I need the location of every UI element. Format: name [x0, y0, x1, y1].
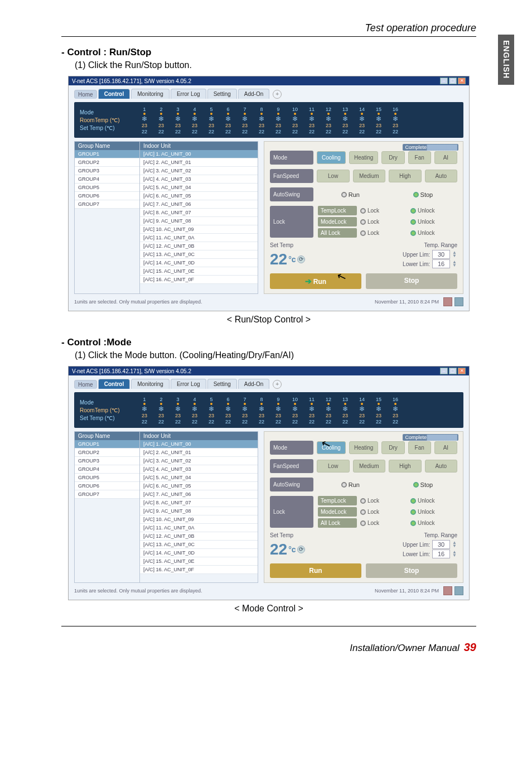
- unit-thumb[interactable]: 2❄2322: [154, 397, 168, 425]
- tab-add-icon[interactable]: +: [273, 90, 282, 99]
- unit-thumb[interactable]: 16❄2322: [389, 107, 402, 134]
- unit-thumb[interactable]: 16❄2322: [389, 397, 402, 425]
- lock-option-unlock[interactable]: Unlock: [410, 520, 457, 526]
- tab-home[interactable]: Home: [74, 90, 97, 99]
- minimize-icon[interactable]: –: [440, 368, 448, 374]
- footer-icon[interactable]: [443, 297, 452, 306]
- close-icon[interactable]: ✕: [458, 368, 466, 374]
- footer-icon[interactable]: [443, 586, 452, 595]
- unit-row[interactable]: [A/C] 5. AC_UNIT_04: [140, 184, 258, 192]
- unit-row[interactable]: [A/C] 1. AC_UNIT_00: [140, 440, 258, 449]
- group-row[interactable]: GROUP6: [75, 192, 139, 200]
- unit-row[interactable]: [A/C] 13. AC_UNIT_0C: [140, 541, 258, 549]
- unit-thumb[interactable]: 15❄2322: [372, 397, 385, 425]
- unit-thumb[interactable]: 4❄2322: [188, 107, 201, 134]
- lower-lim-value[interactable]: 16: [432, 549, 450, 558]
- lock-option-unlock[interactable]: Unlock: [410, 230, 457, 236]
- unit-thumb[interactable]: 11❄2322: [305, 397, 318, 425]
- tab-setting[interactable]: Setting: [207, 379, 237, 389]
- unit-thumb[interactable]: 1❄2322: [138, 397, 151, 425]
- unit-thumb[interactable]: 12❄2322: [322, 397, 335, 425]
- upper-lim-value[interactable]: 30: [432, 250, 450, 259]
- mode-dry[interactable]: Dry: [381, 151, 404, 164]
- tab-addon[interactable]: Add-On: [238, 89, 269, 99]
- tab-control[interactable]: Control: [98, 379, 130, 389]
- fan-auto[interactable]: Auto: [425, 460, 458, 473]
- unit-row[interactable]: [A/C] 3. AC_UNIT_02: [140, 167, 258, 175]
- unit-row[interactable]: [A/C] 9. AC_UNIT_08: [140, 507, 258, 515]
- mode-fan[interactable]: Fan: [408, 151, 431, 164]
- group-row[interactable]: GROUP2: [75, 158, 139, 167]
- group-row[interactable]: GROUP1: [75, 150, 139, 158]
- unit-row[interactable]: [A/C] 4. AC_UNIT_03: [140, 465, 258, 474]
- temp-adjust-icon[interactable]: ⟳: [297, 255, 305, 263]
- maximize-icon[interactable]: ▢: [449, 368, 457, 374]
- unit-thumb[interactable]: 10❄2322: [288, 397, 302, 425]
- minimize-icon[interactable]: –: [440, 78, 448, 84]
- unit-row[interactable]: [A/C] 7. AC_UNIT_06: [140, 490, 258, 499]
- mode-cooling[interactable]: Cooling: [317, 151, 346, 164]
- unit-row[interactable]: [A/C] 7. AC_UNIT_06: [140, 200, 258, 209]
- stop-button[interactable]: Stop: [366, 273, 457, 289]
- unit-thumb[interactable]: 10❄2322: [288, 107, 302, 134]
- unit-thumb[interactable]: 6❄2322: [221, 107, 235, 134]
- spinner-icon[interactable]: ▲▼: [452, 551, 457, 557]
- unit-row[interactable]: [A/C] 9. AC_UNIT_08: [140, 217, 258, 225]
- unit-row[interactable]: [A/C] 16. AC_UNIT_0F: [140, 276, 258, 284]
- unit-thumb[interactable]: 7❄2322: [238, 397, 252, 425]
- spinner-icon[interactable]: ▲▼: [452, 251, 457, 258]
- mode-heating[interactable]: Heating: [349, 441, 378, 454]
- tab-addon[interactable]: Add-On: [238, 379, 269, 389]
- mode-heating[interactable]: Heating: [349, 151, 378, 164]
- unit-thumb[interactable]: 12❄2322: [322, 107, 335, 134]
- spinner-icon[interactable]: ▲▼: [452, 541, 457, 548]
- stop-button[interactable]: Stop: [366, 563, 457, 578]
- mode-ai[interactable]: AI: [434, 151, 457, 164]
- group-row[interactable]: GROUP6: [75, 482, 139, 490]
- footer-icon[interactable]: [454, 586, 463, 595]
- unit-row[interactable]: [A/C] 10. AC_UNIT_09: [140, 515, 258, 524]
- unit-row[interactable]: [A/C] 8. AC_UNIT_07: [140, 499, 258, 507]
- group-row[interactable]: GROUP5: [75, 474, 139, 482]
- unit-thumb[interactable]: 11❄2322: [305, 107, 318, 134]
- unit-row[interactable]: [A/C] 16. AC_UNIT_0F: [140, 566, 258, 574]
- unit-thumb[interactable]: 14❄2322: [355, 107, 369, 134]
- mode-fan[interactable]: Fan: [408, 441, 431, 454]
- unit-row[interactable]: [A/C] 12. AC_UNIT_0B: [140, 532, 258, 541]
- lock-option-lock[interactable]: Lock: [360, 219, 407, 225]
- tab-add-icon[interactable]: +: [273, 380, 282, 389]
- unit-thumb[interactable]: 3❄2322: [171, 107, 185, 134]
- tab-control[interactable]: Control: [98, 89, 130, 99]
- unit-thumb[interactable]: 15❄2322: [372, 107, 385, 134]
- lower-lim-value[interactable]: 16: [432, 259, 450, 268]
- lock-option-lock[interactable]: Lock: [360, 208, 407, 214]
- tab-setting[interactable]: Setting: [207, 89, 237, 99]
- unit-row[interactable]: [A/C] 14. AC_UNIT_0D: [140, 259, 258, 267]
- lock-option-unlock[interactable]: Unlock: [410, 509, 457, 515]
- unit-row[interactable]: [A/C] 15. AC_UNIT_0E: [140, 267, 258, 276]
- autoswing-run[interactable]: Run: [341, 191, 360, 198]
- autoswing-stop[interactable]: Stop: [413, 481, 433, 488]
- unit-thumb[interactable]: 3❄2322: [171, 397, 185, 425]
- unit-thumb[interactable]: 14❄2322: [355, 397, 369, 425]
- unit-row[interactable]: [A/C] 12. AC_UNIT_0B: [140, 242, 258, 250]
- unit-row[interactable]: [A/C] 6. AC_UNIT_05: [140, 482, 258, 490]
- autoswing-stop[interactable]: Stop: [413, 191, 433, 198]
- group-row[interactable]: GROUP4: [75, 175, 139, 184]
- lock-option-lock[interactable]: Lock: [360, 509, 407, 515]
- unit-row[interactable]: [A/C] 15. AC_UNIT_0E: [140, 557, 258, 566]
- group-row[interactable]: GROUP7: [75, 200, 139, 209]
- unit-thumb[interactable]: 1❄2322: [138, 107, 151, 134]
- unit-row[interactable]: [A/C] 10. AC_UNIT_09: [140, 225, 258, 234]
- spinner-icon[interactable]: ▲▼: [452, 261, 457, 267]
- unit-row[interactable]: [A/C] 11. AC_UNIT_0A: [140, 524, 258, 532]
- tab-monitoring[interactable]: Monitoring: [131, 89, 170, 99]
- lock-option-lock[interactable]: Lock: [360, 520, 407, 526]
- maximize-icon[interactable]: ▢: [449, 78, 457, 84]
- fan-high[interactable]: High: [389, 460, 422, 473]
- group-row[interactable]: GROUP7: [75, 490, 139, 499]
- unit-thumb[interactable]: 8❄2322: [255, 107, 268, 134]
- unit-thumb[interactable]: 4❄2322: [188, 397, 201, 425]
- unit-thumb[interactable]: 9❄2322: [272, 107, 285, 134]
- fan-medium[interactable]: Medium: [353, 170, 386, 182]
